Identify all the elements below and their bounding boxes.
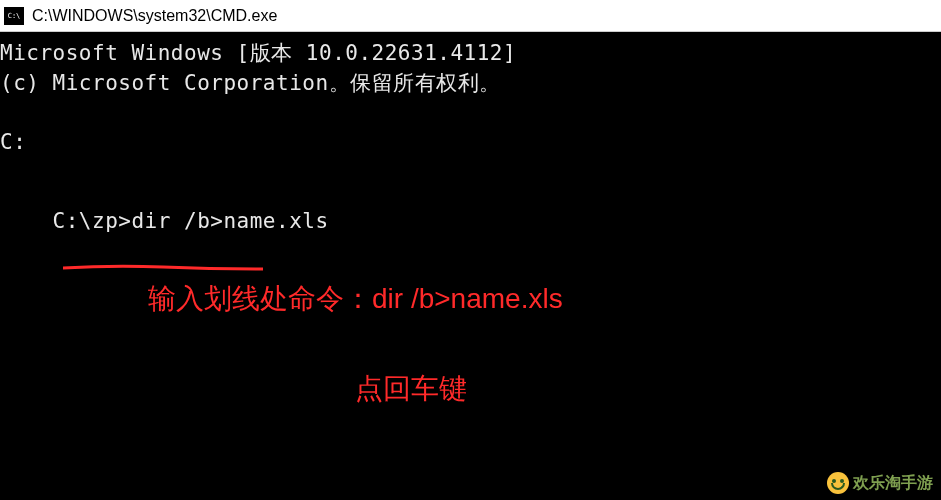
- prompt-empty: C:: [0, 127, 941, 157]
- instruction-annotation-1: 输入划线处命令：dir /b>name.xls: [148, 280, 563, 318]
- terminal-output[interactable]: Microsoft Windows [版本 10.0.22631.4112] (…: [0, 32, 941, 297]
- cmd-icon: [4, 7, 24, 25]
- window-title: C:\WINDOWS\system32\CMD.exe: [32, 7, 277, 25]
- watermark-face-icon: [827, 472, 849, 494]
- watermark-text: 欢乐淘手游: [853, 473, 933, 494]
- window-title-bar: C:\WINDOWS\system32\CMD.exe: [0, 0, 941, 32]
- command-line: C:\zp>dir /b>name.xls: [0, 175, 941, 297]
- underline-annotation: [63, 203, 261, 209]
- instruction-annotation-2: 点回车键: [355, 370, 467, 408]
- watermark: 欢乐淘手游: [827, 472, 933, 494]
- banner-line: Microsoft Windows [版本 10.0.22631.4112]: [0, 38, 941, 68]
- copyright-line: (c) Microsoft Corporation。保留所有权利。: [0, 68, 941, 98]
